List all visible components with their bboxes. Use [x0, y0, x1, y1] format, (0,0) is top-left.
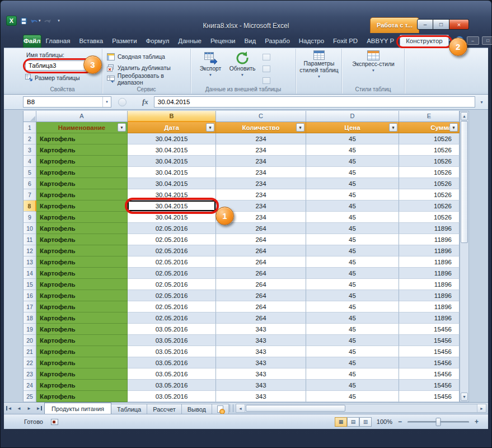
ribbon-tab[interactable]: Вид [240, 35, 260, 48]
cell-C3[interactable]: 234 [216, 144, 306, 156]
cell-B14[interactable]: 02.05.2016 [128, 268, 216, 279]
cell-A2[interactable]: Картофель [36, 133, 128, 144]
open-in-browser-icon[interactable] [263, 66, 270, 72]
cell-B24[interactable]: 03.05.2016 [128, 380, 216, 391]
zoom-in-button[interactable]: + [473, 418, 480, 426]
horizontal-scroll-track[interactable] [346, 404, 477, 412]
sheet-tab[interactable]: Вывод [182, 404, 212, 414]
ribbon-tab[interactable]: Размети [107, 35, 141, 48]
cell-A3[interactable]: Картофель [36, 144, 128, 156]
cell-D11[interactable]: 45 [306, 234, 399, 245]
select-all-corner[interactable] [23, 111, 36, 122]
cell-E19[interactable]: 15456 [399, 324, 460, 335]
row-header-19[interactable]: 19 [23, 324, 36, 335]
cell-E11[interactable]: 11896 [399, 234, 460, 245]
name-box-dropdown-icon[interactable]: ▾ [103, 100, 111, 104]
ribbon-tab[interactable]: Главная [41, 35, 75, 48]
cell-A13[interactable]: Картофель [36, 256, 128, 268]
scroll-left-icon[interactable]: ◄ [236, 404, 245, 412]
cell-B10[interactable]: 02.05.2016 [128, 223, 216, 234]
cell-B5[interactable]: 30.04.2015 [128, 167, 216, 178]
cell-D16[interactable]: 45 [306, 290, 399, 301]
cell-A16[interactable]: Картофель [36, 290, 128, 301]
convert-to-range-button[interactable]: Преобразовать в диапазон [107, 74, 190, 83]
cell-A5[interactable]: Картофель [36, 167, 128, 178]
ribbon-tab[interactable]: Рецензи [206, 35, 240, 48]
cell-B11[interactable]: 02.05.2016 [128, 234, 216, 245]
cell-C11[interactable]: 264 [216, 234, 306, 245]
formula-input[interactable]: 30.04.2015 [154, 96, 475, 108]
expand-formula-bar-icon[interactable]: ▾ [477, 100, 486, 105]
cell-B22[interactable]: 03.05.2016 [128, 357, 216, 368]
cell-C4[interactable]: 234 [216, 156, 306, 167]
column-header-A[interactable]: A [36, 111, 128, 122]
cell-E13[interactable]: 11896 [399, 256, 460, 268]
row-header-5[interactable]: 5 [23, 167, 36, 178]
row-header-23[interactable]: 23 [23, 368, 36, 380]
refresh-button[interactable]: Обновить ▾ [227, 50, 258, 77]
maximize-button[interactable]: □ [433, 19, 449, 30]
cell-E3[interactable]: 10526 [399, 144, 460, 156]
cell-A8[interactable]: Картофель [36, 200, 128, 212]
row-header-1[interactable]: 1 [23, 122, 36, 133]
cell-D14[interactable]: 45 [306, 268, 399, 279]
cell-B16[interactable]: 02.05.2016 [128, 290, 216, 301]
cell-B21[interactable]: 03.05.2016 [128, 346, 216, 357]
cell-E10[interactable]: 11896 [399, 223, 460, 234]
cell-D12[interactable]: 45 [306, 245, 399, 256]
cell-A17[interactable]: Картофель [36, 301, 128, 312]
contextual-tab-group-label[interactable]: Работа с т... [370, 17, 419, 33]
cell-D5[interactable]: 45 [306, 167, 399, 178]
cell-C20[interactable]: 343 [216, 335, 306, 346]
cell-C6[interactable]: 234 [216, 178, 306, 189]
row-header-2[interactable]: 2 [23, 133, 36, 144]
cell-C14[interactable]: 264 [216, 268, 306, 279]
cell-C21[interactable]: 343 [216, 346, 306, 357]
row-header-25[interactable]: 25 [23, 391, 36, 402]
cell-A19[interactable]: Картофель [36, 324, 128, 335]
filter-button[interactable]: ▾ [118, 123, 126, 132]
row-header-6[interactable]: 6 [23, 178, 36, 189]
cell-B19[interactable]: 03.05.2016 [128, 324, 216, 335]
cell-B4[interactable]: 30.04.2015 [128, 156, 216, 167]
close-button[interactable]: × [449, 19, 469, 30]
cell-E21[interactable]: 15456 [399, 346, 460, 357]
cell-D23[interactable]: 45 [306, 368, 399, 380]
cell-C12[interactable]: 264 [216, 245, 306, 256]
cell-C19[interactable]: 343 [216, 324, 306, 335]
cell-C17[interactable]: 264 [216, 301, 306, 312]
column-header-D[interactable]: D [306, 111, 399, 122]
cell-C16[interactable]: 264 [216, 290, 306, 301]
cell-A24[interactable]: Картофель [36, 380, 128, 391]
workbook-restore-button[interactable]: □ [482, 36, 492, 45]
cell-D24[interactable]: 45 [306, 380, 399, 391]
cell-B17[interactable]: 02.05.2016 [128, 301, 216, 312]
cell-C13[interactable]: 264 [216, 256, 306, 268]
cell-E2[interactable]: 10526 [399, 133, 460, 144]
minimize-button[interactable]: – [417, 19, 433, 30]
remove-duplicates-button[interactable]: Удалить дубликаты [107, 63, 171, 72]
cell-E6[interactable]: 10526 [399, 178, 460, 189]
cell-D7[interactable]: 45 [306, 189, 399, 200]
horizontal-scroll-thumb[interactable] [246, 405, 345, 412]
pivot-table-button[interactable]: Сводная таблица [107, 52, 165, 61]
cell-E9[interactable]: 10526 [399, 212, 460, 223]
row-header-11[interactable]: 11 [23, 234, 36, 245]
cell-E4[interactable]: 10526 [399, 156, 460, 167]
cell-E8[interactable]: 10526 [399, 200, 460, 212]
data-properties-icon[interactable] [263, 54, 270, 60]
cell-C7[interactable]: 234 [216, 189, 306, 200]
row-header-20[interactable]: 20 [23, 335, 36, 346]
column-header-B[interactable]: B [128, 111, 216, 122]
cell-D9[interactable]: 45 [306, 212, 399, 223]
sheet-tab-active[interactable]: Продукты питания [44, 403, 111, 414]
cell-A20[interactable]: Картофель [36, 335, 128, 346]
filter-button[interactable]: ▾ [449, 123, 458, 132]
cell-D6[interactable]: 45 [306, 178, 399, 189]
cell-B18[interactable]: 02.05.2016 [128, 312, 216, 324]
cell-D15[interactable]: 45 [306, 279, 399, 290]
cell-E14[interactable]: 11896 [399, 268, 460, 279]
unlink-icon[interactable] [263, 77, 270, 84]
row-header-10[interactable]: 10 [23, 223, 36, 234]
cell-A22[interactable]: Картофель [36, 357, 128, 368]
